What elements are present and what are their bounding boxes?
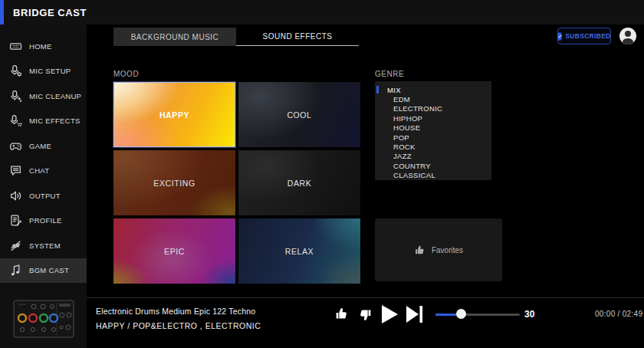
genre-section-label: GENRE xyxy=(375,70,404,78)
mic-gear-icon xyxy=(9,64,22,77)
favorites-button[interactable]: Favorites xyxy=(375,218,502,281)
genre-item-electronic[interactable]: ELECTRONIC xyxy=(375,104,491,113)
mood-tile-relax[interactable]: RELAX xyxy=(238,218,360,284)
sidebar-item-chat[interactable]: CHAT xyxy=(0,159,87,184)
volume-value: 30 xyxy=(524,309,534,320)
header-bar: BRIDGE CAST xyxy=(0,0,644,25)
mood-section-label: MOOD xyxy=(113,70,139,78)
sliders-icon xyxy=(9,239,22,252)
bridge-cast-device-image xyxy=(12,294,75,343)
tab-background-music[interactable]: BACKGROUND MUSIC xyxy=(113,28,236,46)
sidebar-item-label: GAME xyxy=(29,142,51,150)
mood-tile-happy[interactable]: HAPPY xyxy=(113,82,235,147)
player-divider xyxy=(87,297,644,298)
sidebar-item-label: SYSTEM xyxy=(29,241,61,250)
genre-list: MIX EDM ELECTRONIC HIPHOP HOUSE POP ROCK… xyxy=(375,81,491,180)
mood-tile-exciting[interactable]: EXCITING xyxy=(113,150,235,215)
mic-sparkle-icon xyxy=(9,90,22,103)
app-title: BRIDGE CAST xyxy=(13,7,87,18)
track-title: Electronic Drums Medium Epic 122 Techno xyxy=(96,307,255,316)
tab-sound-effects[interactable]: SOUND EFFECTS xyxy=(236,28,359,46)
music-note-icon xyxy=(9,264,22,277)
check-circle-icon: ✓ xyxy=(557,32,562,41)
skip-next-button[interactable] xyxy=(405,304,424,324)
selected-indicator-bar xyxy=(376,86,379,94)
sidebar-item-mic-setup[interactable]: MIC SETUP xyxy=(0,59,87,84)
mood-tile-label: RELAX xyxy=(285,247,314,256)
mic-effects-icon xyxy=(9,114,22,127)
subscribed-label: SUBSCRIBED xyxy=(565,32,610,40)
user-icon xyxy=(625,31,631,37)
subscribed-badge[interactable]: ✓ SUBSCRIBED xyxy=(557,28,611,44)
thumbs-down-button[interactable] xyxy=(358,307,373,322)
genre-item-country[interactable]: COUNTRY xyxy=(375,161,491,170)
mood-tile-label: HAPPY xyxy=(159,110,189,120)
sidebar-item-output[interactable]: OUTPUT xyxy=(0,183,87,208)
chat-bubble-icon xyxy=(9,164,22,177)
favorites-label: Favorites xyxy=(432,246,463,254)
genre-item-pop[interactable]: POP xyxy=(375,133,491,142)
genre-item-edm[interactable]: EDM xyxy=(375,94,491,103)
sidebar-item-label: CHAT xyxy=(29,166,49,175)
sidebar-nav: HOME MIC SETUP MIC CLEANUP MIC EFFECTS G… xyxy=(0,34,87,283)
genre-item-mix[interactable]: MIX xyxy=(375,85,491,94)
sidebar-item-label: BGM CAST xyxy=(29,266,69,274)
mood-grid: HAPPY COOL EXCITING DARK EPIC RELAX xyxy=(113,82,360,284)
mood-tile-label: EXCITING xyxy=(153,179,195,188)
sidebar-item-system[interactable]: SYSTEM xyxy=(0,233,87,258)
document-pencil-icon xyxy=(9,214,22,227)
track-meta: HAPPY / POP&ELECTRO , ELECTRONIC xyxy=(96,321,261,330)
sidebar-item-label: OUTPUT xyxy=(29,192,61,200)
sidebar-item-label: MIC EFFECTS xyxy=(29,117,80,125)
sidebar-item-label: MIC SETUP xyxy=(29,67,71,75)
genre-item-hiphop[interactable]: HIPHOP xyxy=(375,113,491,123)
sidebar-item-game[interactable]: GAME xyxy=(0,133,87,159)
mood-tile-dark[interactable]: DARK xyxy=(238,150,360,215)
bridge-cast-window: BRIDGE CAST HOME MIC SETUP MIC CLEANUP M… xyxy=(0,0,644,348)
gamepad-icon xyxy=(9,140,22,153)
mood-tile-label: EPIC xyxy=(164,247,185,256)
repeat-button[interactable] xyxy=(311,307,325,321)
mood-tile-epic[interactable]: EPIC xyxy=(113,218,235,284)
sidebar-item-label: MIC CLEANUP xyxy=(29,92,81,100)
mood-tile-label: COOL xyxy=(287,110,311,120)
home-device-icon xyxy=(9,40,22,53)
account-avatar[interactable] xyxy=(619,28,636,44)
speaker-icon xyxy=(9,189,22,202)
sidebar-item-label: PROFILE xyxy=(29,216,62,225)
time-display: 00:00 / 02:49 xyxy=(595,310,642,318)
play-button[interactable] xyxy=(380,304,399,324)
sidebar-item-label: HOME xyxy=(29,42,52,51)
thumbs-up-button[interactable] xyxy=(334,307,349,321)
mood-tile-label: DARK xyxy=(288,179,312,188)
genre-item-rock[interactable]: ROCK xyxy=(375,142,491,151)
genre-item-classical[interactable]: CLASSICAL xyxy=(375,171,491,180)
sidebar-item-profile[interactable]: PROFILE xyxy=(0,208,87,234)
sidebar-item-mic-cleanup[interactable]: MIC CLEANUP xyxy=(0,84,87,109)
genre-item-house[interactable]: HOUSE xyxy=(375,123,491,133)
mood-tile-cool[interactable]: COOL xyxy=(238,82,360,147)
sidebar: HOME MIC SETUP MIC CLEANUP MIC EFFECTS G… xyxy=(0,25,87,348)
sidebar-item-home[interactable]: HOME xyxy=(0,34,87,59)
thumbs-up-icon xyxy=(414,245,426,256)
sidebar-item-bgm-cast[interactable]: BGM CAST xyxy=(0,258,87,284)
header-accent-bar xyxy=(0,0,4,25)
volume-slider-thumb[interactable] xyxy=(456,309,466,319)
genre-item-jazz[interactable]: JAZZ xyxy=(375,152,491,161)
sidebar-item-mic-effects[interactable]: MIC EFFECTS xyxy=(0,109,87,134)
volume-slider[interactable] xyxy=(435,309,520,320)
